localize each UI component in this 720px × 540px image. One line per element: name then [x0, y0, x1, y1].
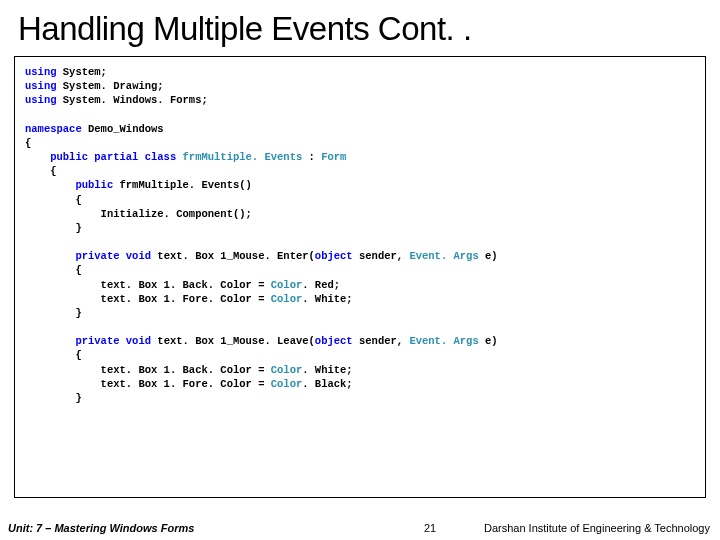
- code-text: Demo_Windows: [82, 123, 164, 135]
- code-text: {: [25, 263, 695, 277]
- code-text: {: [25, 164, 695, 178]
- code-text: . Black;: [302, 378, 352, 390]
- code-text: text. Box 1. Fore. Color =: [25, 378, 271, 390]
- code-text: text. Box 1. Back. Color =: [25, 279, 271, 291]
- code-kw: using: [25, 94, 57, 106]
- code-text: sender,: [353, 250, 410, 262]
- code-text: {: [25, 136, 695, 150]
- code-text: }: [25, 221, 695, 235]
- code-type: Color: [271, 364, 303, 376]
- code-text: text. Box 1. Back. Color =: [25, 364, 271, 376]
- code-text: text. Box 1_Mouse. Leave(: [151, 335, 315, 347]
- code-text: . White;: [302, 364, 352, 376]
- code-text: System. Windows. Forms;: [57, 94, 208, 106]
- code-text: }: [25, 306, 695, 320]
- code-text: }: [25, 391, 695, 405]
- code-text: text. Box 1. Fore. Color =: [25, 293, 271, 305]
- code-type: Color: [271, 279, 303, 291]
- code-text: text. Box 1_Mouse. Enter(: [151, 250, 315, 262]
- code-type: Event. Args: [409, 335, 478, 347]
- code-kw: public partial class: [25, 151, 183, 163]
- code-block: using System; using System. Drawing; usi…: [14, 56, 706, 498]
- code-type: Form: [321, 151, 346, 163]
- code-text: {: [25, 193, 695, 207]
- code-text: Initialize. Component();: [25, 207, 695, 221]
- footer-unit-label: Unit: 7 –: [8, 522, 54, 534]
- code-text: System;: [57, 66, 107, 78]
- code-text: :: [309, 151, 322, 163]
- footer-unit-title: Mastering Windows Forms: [54, 522, 194, 534]
- code-text: sender,: [353, 335, 410, 347]
- code-type: Color: [271, 378, 303, 390]
- code-text: {: [25, 348, 695, 362]
- code-kw: private void: [25, 335, 151, 347]
- code-kw: using: [25, 80, 57, 92]
- code-kw: private void: [25, 250, 151, 262]
- code-kw: object: [315, 335, 353, 347]
- code-text: e): [479, 335, 498, 347]
- code-type: Color: [271, 293, 303, 305]
- code-text: e): [479, 250, 498, 262]
- code-text: System. Drawing;: [57, 80, 164, 92]
- footer-institute: Darshan Institute of Engineering & Techn…: [460, 522, 720, 534]
- code-kw: public: [25, 179, 113, 191]
- code-text: . Red;: [302, 279, 340, 291]
- code-kw: using: [25, 66, 57, 78]
- footer: Unit: 7 – Mastering Windows Forms 21 Dar…: [0, 516, 720, 540]
- code-type: frmMultiple. Events: [183, 151, 309, 163]
- page-title: Handling Multiple Events Cont. .: [0, 0, 720, 56]
- code-text: . White;: [302, 293, 352, 305]
- footer-page-number: 21: [400, 522, 460, 534]
- code-kw: namespace: [25, 123, 82, 135]
- code-type: Event. Args: [409, 250, 478, 262]
- code-text: frmMultiple. Events(): [113, 179, 252, 191]
- code-kw: object: [315, 250, 353, 262]
- footer-unit: Unit: 7 – Mastering Windows Forms: [0, 522, 194, 534]
